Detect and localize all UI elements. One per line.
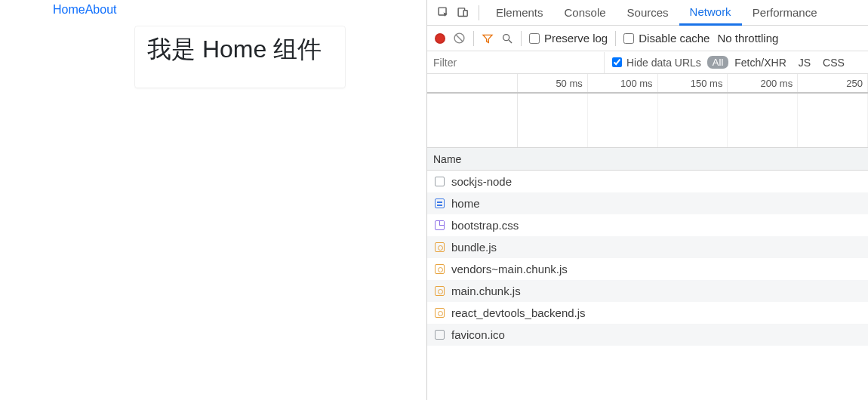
hide-data-urls-label: Hide data URLs	[626, 57, 701, 69]
network-toolbar: Preserve log Disable cache No throttling	[427, 26, 868, 51]
device-toggle-icon[interactable]	[453, 3, 472, 23]
requests-list: sockjs-node home bootstrap.css bundle.js…	[427, 171, 868, 400]
request-row[interactable]: main.chunk.js	[427, 280, 868, 302]
inspect-icon[interactable]	[433, 3, 453, 23]
filter-input[interactable]	[427, 52, 605, 73]
disable-cache-checkbox[interactable]: Disable cache	[623, 32, 709, 45]
requests-header-name[interactable]: Name	[427, 148, 868, 171]
nav-link-about[interactable]: About	[85, 3, 117, 16]
separator	[521, 31, 522, 46]
hide-data-urls-input[interactable]	[612, 57, 622, 67]
script-icon	[433, 263, 445, 275]
request-row[interactable]: sockjs-node	[427, 171, 868, 192]
tab-performance[interactable]: Performance	[742, 0, 828, 26]
type-filter-fetch[interactable]: Fetch/XHR	[728, 57, 792, 69]
separator	[473, 31, 474, 46]
record-button[interactable]	[435, 33, 445, 44]
script-icon	[433, 242, 445, 254]
svg-point-4	[503, 34, 509, 40]
content-card: 我是 Home 组件	[134, 26, 346, 88]
script-icon	[433, 285, 445, 297]
svg-rect-2	[463, 11, 467, 17]
separator	[615, 31, 616, 46]
tab-elements[interactable]: Elements	[485, 0, 554, 26]
disable-cache-label: Disable cache	[639, 32, 709, 45]
tab-console[interactable]: Console	[554, 0, 617, 26]
top-nav: HomeAbout	[0, 3, 426, 17]
nav-link-home[interactable]: Home	[53, 3, 85, 16]
network-filter-bar: Hide data URLs All Fetch/XHR JS CSS	[427, 51, 868, 74]
request-name: vendors~main.chunk.js	[451, 263, 568, 275]
page-heading: 我是 Home 组件	[147, 32, 333, 66]
timeline-tick: 150 ms	[658, 74, 728, 92]
request-name: main.chunk.js	[451, 285, 521, 297]
type-filter-css[interactable]: CSS	[817, 57, 851, 69]
throttling-select[interactable]: No throttling	[717, 32, 778, 45]
preserve-log-input[interactable]	[529, 33, 540, 44]
request-row[interactable]: react_devtools_backend.js	[427, 302, 868, 324]
request-name: sockjs-node	[451, 175, 512, 188]
request-name: home	[451, 197, 480, 210]
timeline-tick: 250	[798, 74, 868, 92]
timeline-tick: 100 ms	[588, 74, 658, 92]
request-row[interactable]: bootstrap.css	[427, 214, 868, 236]
devtools-panel: Elements Console Sources Network Perform…	[426, 0, 868, 400]
request-name: favicon.ico	[451, 328, 505, 341]
request-row[interactable]: vendors~main.chunk.js	[427, 258, 868, 280]
timeline-tick: 50 ms	[518, 74, 588, 92]
request-row[interactable]: bundle.js	[427, 236, 868, 258]
hide-data-urls-checkbox[interactable]: Hide data URLs	[612, 57, 701, 69]
type-filter-js[interactable]: JS	[793, 57, 817, 69]
file-icon	[433, 176, 445, 188]
webpage-viewport: HomeAbout 我是 Home 组件	[0, 0, 426, 400]
tab-sources[interactable]: Sources	[617, 0, 679, 26]
timeline-ruler[interactable]: 50 ms 100 ms 150 ms 200 ms 250	[427, 74, 868, 94]
clear-icon[interactable]	[453, 32, 466, 45]
stylesheet-icon	[433, 220, 445, 232]
timeline-tick: 200 ms	[728, 74, 798, 92]
request-row[interactable]: home	[427, 192, 868, 214]
preserve-log-label: Preserve log	[544, 32, 608, 45]
type-filter-all[interactable]: All	[707, 56, 728, 69]
script-icon	[433, 307, 445, 319]
document-icon	[433, 198, 445, 210]
request-row[interactable]: favicon.ico	[427, 324, 868, 346]
tab-network[interactable]: Network	[679, 0, 742, 26]
preserve-log-checkbox[interactable]: Preserve log	[529, 32, 608, 45]
devtools-tabstrip: Elements Console Sources Network Perform…	[427, 0, 868, 26]
filter-toggle-icon[interactable]	[482, 32, 494, 45]
timeline-waterfall[interactable]	[427, 94, 868, 148]
file-icon	[433, 329, 445, 341]
request-name: bundle.js	[451, 241, 497, 254]
disable-cache-input[interactable]	[623, 33, 634, 44]
request-name: react_devtools_backend.js	[451, 306, 586, 319]
search-icon[interactable]	[501, 32, 513, 45]
separator	[479, 5, 479, 20]
request-name: bootstrap.css	[451, 219, 519, 232]
